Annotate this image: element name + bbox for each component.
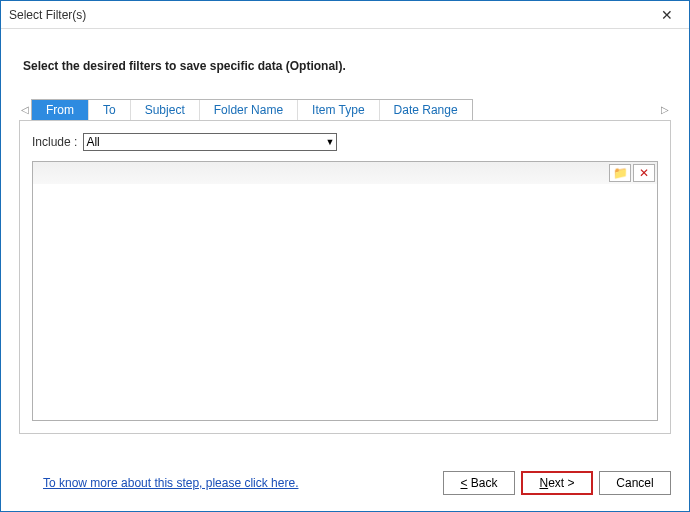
filter-list-box: 📁 ✕ <box>32 161 658 421</box>
title-bar: Select Filter(s) ✕ <box>1 1 689 29</box>
chevron-down-icon: ▼ <box>325 137 334 147</box>
tab-date-range[interactable]: Date Range <box>380 100 472 120</box>
tab-to[interactable]: To <box>89 100 131 120</box>
window-title: Select Filter(s) <box>9 8 653 22</box>
tab-row: ◁ From To Subject Folder Name Item Type … <box>19 99 671 120</box>
tab-scroll-right-icon[interactable]: ▷ <box>659 100 671 120</box>
button-row: < Back Next > Cancel <box>443 471 671 495</box>
tab-scroll-left-icon[interactable]: ◁ <box>19 100 31 120</box>
include-row: Include : All ▼ <box>32 133 658 151</box>
delete-icon[interactable]: ✕ <box>633 164 655 182</box>
tab-from[interactable]: From <box>32 100 89 120</box>
folder-icon[interactable]: 📁 <box>609 164 631 182</box>
next-button[interactable]: Next > <box>521 471 593 495</box>
tab-folder-name[interactable]: Folder Name <box>200 100 298 120</box>
cancel-button[interactable]: Cancel <box>599 471 671 495</box>
close-icon[interactable]: ✕ <box>653 1 681 29</box>
include-value: All <box>86 135 99 149</box>
footer: To know more about this step, please cli… <box>19 471 671 495</box>
help-link[interactable]: To know more about this step, please cli… <box>43 476 298 490</box>
include-select[interactable]: All ▼ <box>83 133 337 151</box>
back-button[interactable]: < Back <box>443 471 515 495</box>
tabs-container: From To Subject Folder Name Item Type Da… <box>31 99 473 120</box>
include-label: Include : <box>32 135 77 149</box>
tab-subject[interactable]: Subject <box>131 100 200 120</box>
list-toolbar: 📁 ✕ <box>609 164 655 182</box>
instruction-text: Select the desired filters to save speci… <box>23 59 671 73</box>
tab-panel: Include : All ▼ 📁 ✕ <box>19 120 671 434</box>
content-area: Select the desired filters to save speci… <box>1 29 689 434</box>
tab-item-type[interactable]: Item Type <box>298 100 379 120</box>
